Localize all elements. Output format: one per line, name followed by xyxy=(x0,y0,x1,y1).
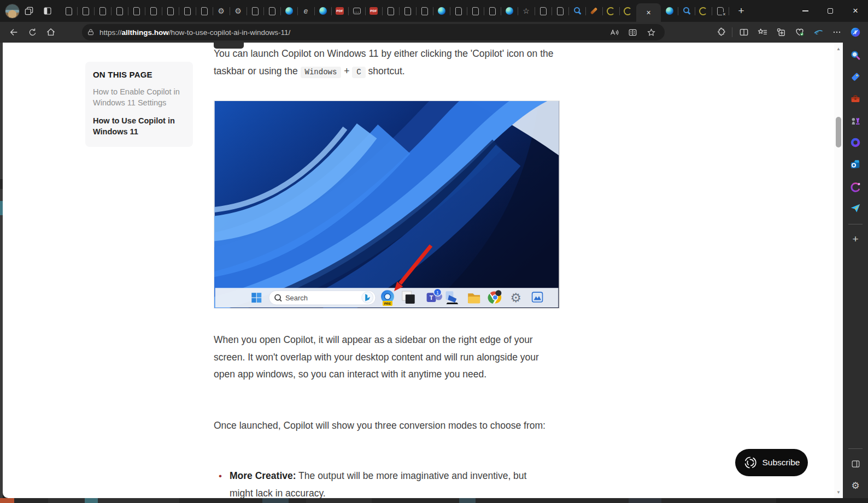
close-button[interactable]: × xyxy=(843,0,868,22)
scroll-down-arrow[interactable]: ▼ xyxy=(834,488,843,496)
doc-favicon xyxy=(556,7,565,15)
sidebar-games-icon[interactable] xyxy=(846,111,865,130)
tab[interactable]: e xyxy=(297,0,314,22)
sidebar-settings-icon[interactable]: ⚙ xyxy=(846,476,865,495)
sidebar-shopping-icon[interactable] xyxy=(846,68,865,86)
tab[interactable] xyxy=(433,0,450,22)
refresh-button[interactable] xyxy=(23,23,42,41)
tab[interactable] xyxy=(399,0,416,22)
tab[interactable]: … xyxy=(348,0,365,22)
svg-text:PRE: PRE xyxy=(384,302,391,305)
tab[interactable]: ☆ xyxy=(518,0,535,22)
tab[interactable] xyxy=(162,0,179,22)
tab[interactable]: PDF xyxy=(365,0,382,22)
tab[interactable] xyxy=(450,0,467,22)
address-bar[interactable]: https://allthings.how/how-to-use-copilot… xyxy=(82,24,665,40)
tab[interactable] xyxy=(568,0,585,22)
tab[interactable]: PDF xyxy=(331,0,348,22)
tab[interactable] xyxy=(314,0,331,22)
tab-actions-icon[interactable] xyxy=(38,2,57,20)
sidebar-search-icon[interactable] xyxy=(846,46,865,64)
minimize-button[interactable] xyxy=(793,0,818,22)
tab[interactable] xyxy=(467,0,484,22)
tab[interactable]: ⚙ xyxy=(213,0,230,22)
tab[interactable] xyxy=(382,0,399,22)
browser-essentials-icon[interactable] xyxy=(790,23,809,41)
tab[interactable] xyxy=(416,0,433,22)
toolbar-divider xyxy=(732,27,732,37)
doc-favicon xyxy=(471,7,480,15)
tab[interactable] xyxy=(552,0,568,22)
maximize-button[interactable] xyxy=(818,0,843,22)
doc-favicon xyxy=(386,7,395,15)
immersive-reader-icon[interactable] xyxy=(623,25,642,40)
lock-icon[interactable] xyxy=(86,28,95,37)
scrollbar-thumb[interactable] xyxy=(836,117,841,147)
tab[interactable] xyxy=(535,0,552,22)
edge-favicon xyxy=(437,7,446,15)
tab[interactable] xyxy=(678,0,695,22)
spinner-favicon xyxy=(607,7,615,15)
tab[interactable] xyxy=(585,0,602,22)
subscribe-button[interactable]: Subscribe xyxy=(735,449,808,476)
tab[interactable] xyxy=(179,0,196,22)
sidebar-microsoft-365-icon[interactable] xyxy=(846,133,865,152)
edge-favicon xyxy=(319,7,327,15)
bullet-more-creative: •More Creative: The output will be more … xyxy=(216,468,551,498)
tab[interactable] xyxy=(602,0,619,22)
doc-favicon xyxy=(115,7,124,15)
sidebar-image-creator-icon[interactable] xyxy=(846,177,865,196)
browser-window: ⚙⚙ePDF…PDF☆× + × https://allthings.how/h… xyxy=(0,0,868,503)
tab[interactable] xyxy=(111,0,128,22)
back-button[interactable] xyxy=(4,23,23,41)
edge-favicon xyxy=(665,7,674,15)
ie-mode-icon[interactable]: e xyxy=(809,23,828,41)
toc-link-enable-copilot[interactable]: How to Enable Copilot in Windows 11 Sett… xyxy=(93,87,184,108)
tab[interactable] xyxy=(501,0,518,22)
scroll-up-arrow[interactable]: ▲ xyxy=(834,44,843,53)
copilot-icon[interactable] xyxy=(846,23,865,41)
workspaces-icon[interactable] xyxy=(20,2,38,20)
tab-active[interactable]: × xyxy=(636,3,661,22)
favorites-bar-icon[interactable] xyxy=(753,23,772,41)
tab[interactable] xyxy=(484,0,501,22)
url-text[interactable]: https://allthings.how/how-to-use-copilot… xyxy=(99,28,605,37)
sidebar-toolbox-icon[interactable] xyxy=(846,90,865,108)
tab[interactable] xyxy=(94,0,111,22)
favorite-star-icon[interactable] xyxy=(642,25,660,40)
page-scrollbar[interactable]: ▲ ▼ xyxy=(834,43,843,498)
bullet-marker: • xyxy=(219,468,222,485)
tab[interactable] xyxy=(145,0,162,22)
more-options-icon[interactable] xyxy=(828,23,846,41)
extensions-icon[interactable] xyxy=(711,23,730,41)
tab[interactable] xyxy=(77,0,94,22)
doc-favicon xyxy=(183,7,192,15)
profile-avatar[interactable] xyxy=(5,4,20,19)
tab[interactable] xyxy=(128,0,145,22)
sidebar-customize-button[interactable]: + xyxy=(846,230,865,248)
collections-icon[interactable] xyxy=(772,23,790,41)
tab[interactable] xyxy=(619,0,636,22)
sidebar-toggle-icon[interactable] xyxy=(846,454,865,473)
split-screen-icon[interactable] xyxy=(735,23,753,41)
tab[interactable] xyxy=(60,0,77,22)
tab-close-icon[interactable]: × xyxy=(646,9,650,16)
sidebar-drop-icon[interactable] xyxy=(846,199,865,217)
tab[interactable] xyxy=(263,0,280,22)
toc-link-use-copilot[interactable]: How to Use Copilot in Windows 11 xyxy=(93,116,184,137)
tab[interactable]: ⚙ xyxy=(230,0,247,22)
tab[interactable] xyxy=(247,0,263,22)
tab[interactable] xyxy=(280,0,297,22)
tab-strip: ⚙⚙ePDF…PDF☆× + × xyxy=(0,0,868,22)
tab[interactable] xyxy=(712,0,729,22)
home-button[interactable] xyxy=(42,23,60,41)
read-aloud-icon[interactable] xyxy=(605,25,623,40)
tab[interactable] xyxy=(695,0,712,22)
gear-favicon: ⚙ xyxy=(234,7,243,15)
new-tab-button[interactable]: + xyxy=(732,2,750,20)
tab[interactable] xyxy=(661,0,678,22)
sidebar-outlook-icon[interactable] xyxy=(846,155,865,174)
tab[interactable] xyxy=(196,0,213,22)
paragraph-sidebar-behavior: When you open Copilot, it will appear as… xyxy=(214,332,554,383)
spinner-favicon xyxy=(624,7,632,15)
